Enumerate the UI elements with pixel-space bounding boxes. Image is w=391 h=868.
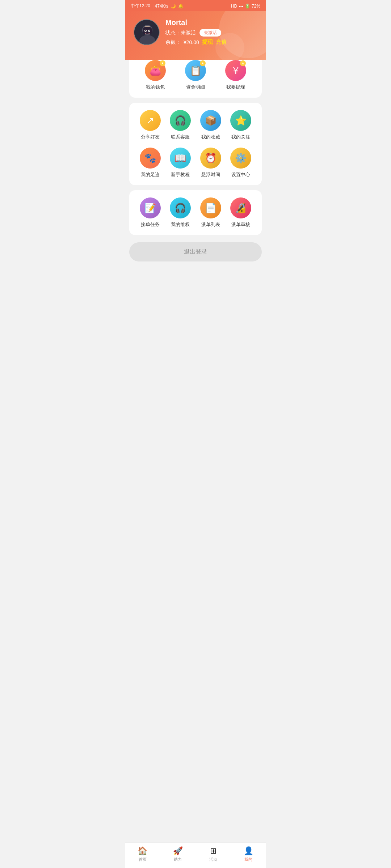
status-right: HD ▪▪▪ 🔋 72%: [231, 4, 260, 9]
menu-item-footprint[interactable]: 🐾 我的足迹: [135, 148, 165, 178]
withdraw-icon: ★ ¥: [225, 60, 246, 81]
menu-item-order-check[interactable]: 🔏 派单审核: [226, 197, 256, 228]
menu-grid-1: ↗ 分享好友 🎧 联系客服 📦 我的收藏 ⭐ 我的关注: [135, 110, 256, 178]
profile-info: Mortal 状态：未激活 去激活 余额： ¥20.00 提现 充值: [165, 18, 227, 46]
funds-label: 资金明细: [186, 84, 205, 90]
status-network: | 474K/s: [152, 4, 168, 9]
recharge-link[interactable]: 充值: [216, 39, 227, 46]
menu-item-settings[interactable]: ⚙️ 设置中心: [226, 148, 256, 178]
content-area: ★ 👛 我的钱包 ★ 📋 资金明细 ★ ¥ 我要提现: [125, 53, 266, 298]
headset-icon: 🎧: [170, 110, 191, 131]
withdraw-label: 我要提现: [226, 84, 245, 90]
menu-item-order-list[interactable]: 📄 派单列表: [196, 197, 226, 228]
wallet-grid: ★ 👛 我的钱包 ★ 📋 资金明细 ★ ¥ 我要提现: [135, 60, 256, 90]
menu-card-2: 📝 接单任务 🎧 我的维权 📄 派单列表 🔏 派单审核: [129, 190, 262, 235]
menu-card-1: ↗ 分享好友 🎧 联系客服 📦 我的收藏 ⭐ 我的关注: [129, 103, 262, 185]
avatar[interactable]: [134, 19, 160, 45]
task-icon: 📝: [140, 197, 161, 218]
order-check-icon: 🔏: [230, 197, 251, 218]
menu-item-float-time[interactable]: ⏰ 悬浮时间: [196, 148, 226, 178]
order-list-icon: 📄: [200, 197, 221, 218]
profile-header: Mortal 状态：未激活 去激活 余额： ¥20.00 提现 充值: [125, 11, 266, 60]
menu-item-task[interactable]: 📝 接单任务: [135, 197, 165, 228]
favorites-icon: 📦: [200, 110, 221, 131]
menu-grid-2: 📝 接单任务 🎧 我的维权 📄 派单列表 🔏 派单审核: [135, 197, 256, 228]
signal-icon: HD: [231, 4, 237, 9]
settings-icon: ⚙️: [230, 148, 251, 169]
profile-balance: 余额： ¥20.00 提现 充值: [165, 39, 227, 46]
clock-icon: ⏰: [200, 148, 221, 169]
follow-icon: ⭐: [230, 110, 251, 131]
moon-icon: 🌙: [171, 4, 176, 9]
activate-button[interactable]: 去激活: [199, 29, 221, 37]
rights-icon: 🎧: [170, 197, 191, 218]
wallet-label: 我的钱包: [146, 84, 165, 90]
status-bar: 中午12:20 | 474K/s 🌙 🔔 HD ▪▪▪ 🔋 72%: [125, 0, 266, 11]
battery-icon: 🔋: [245, 4, 250, 9]
menu-item-withdraw[interactable]: ★ ¥ 我要提现: [225, 60, 246, 90]
notification-icon: 🔔: [178, 4, 184, 9]
menu-item-guide[interactable]: 📖 新手教程: [165, 148, 196, 178]
svg-rect-4: [143, 27, 152, 34]
status-left: 中午12:20 | 474K/s 🌙 🔔: [131, 3, 184, 9]
profile-name: Mortal: [165, 18, 227, 27]
battery-percent: 72%: [252, 4, 260, 9]
menu-item-support[interactable]: 🎧 联系客服: [165, 110, 196, 140]
status-time: 中午12:20: [131, 3, 150, 9]
funds-icon: ★ 📋: [185, 60, 206, 81]
menu-item-favorites[interactable]: 📦 我的收藏: [196, 110, 226, 140]
wallet-icon: ★ 👛: [145, 60, 166, 81]
share-icon: ↗: [140, 110, 161, 131]
menu-item-share[interactable]: ↗ 分享好友: [135, 110, 165, 140]
status-label: 状态：未激活: [165, 30, 196, 36]
withdraw-link[interactable]: 提现: [202, 39, 213, 46]
svg-point-7: [145, 30, 146, 31]
guide-icon: 📖: [170, 148, 191, 169]
wifi-icon: ▪▪▪: [239, 4, 243, 9]
menu-item-follow[interactable]: ⭐ 我的关注: [226, 110, 256, 140]
menu-item-funds[interactable]: ★ 📋 资金明细: [185, 60, 206, 90]
logout-button[interactable]: 退出登录: [129, 242, 262, 261]
profile-status-row: 状态：未激活 去激活: [165, 29, 227, 37]
svg-point-8: [149, 30, 150, 31]
menu-item-wallet[interactable]: ★ 👛 我的钱包: [145, 60, 166, 90]
footprint-icon: 🐾: [140, 148, 161, 169]
menu-item-rights[interactable]: 🎧 我的维权: [165, 197, 196, 228]
